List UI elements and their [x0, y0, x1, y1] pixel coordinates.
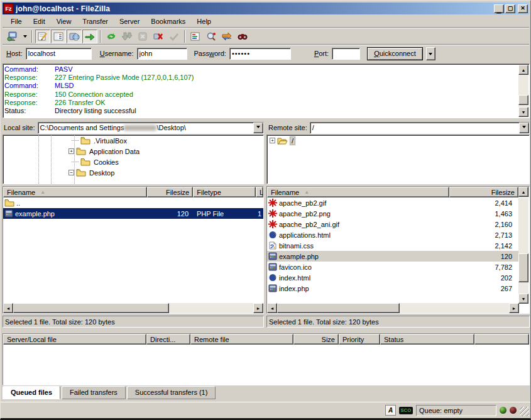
close-button[interactable]: ✕	[518, 4, 528, 13]
column-header-priority[interactable]: Priority	[339, 334, 380, 345]
find-files-button[interactable]	[235, 30, 250, 43]
column-header-status[interactable]: Status	[380, 334, 474, 345]
reconnect-button[interactable]	[167, 30, 182, 43]
tree-item-application-data[interactable]: + Application Data	[3, 146, 263, 157]
folder-icon	[76, 147, 86, 155]
process-queue-button[interactable]	[119, 30, 134, 43]
file-row[interactable]: apache_pb2_ani.gif 2,160	[267, 219, 519, 229]
scroll-thumb[interactable]	[518, 95, 528, 105]
remote-path: /	[310, 123, 519, 133]
local-site-row: Local site: C:\Documents and Settings\De…	[4, 121, 264, 134]
folder-icon	[80, 158, 90, 166]
directory-comparison-button[interactable]	[204, 30, 219, 43]
toggle-message-log-button[interactable]	[35, 30, 50, 43]
site-manager-button[interactable]	[5, 30, 20, 43]
file-row[interactable]: index.php 267	[267, 283, 519, 294]
scroll-down-button[interactable]: ▼	[518, 107, 528, 117]
tree-item-desktop[interactable]: − Desktop	[3, 167, 263, 178]
scroll-right-button[interactable]: ►	[253, 303, 263, 313]
column-header-filler	[474, 334, 529, 345]
file-row-parent-dir[interactable]: ..	[3, 197, 263, 208]
disconnect-button[interactable]	[151, 30, 166, 43]
title-bar: Fz john@localhost - FileZilla ▁ ▢ ✕	[3, 3, 529, 14]
remote-site-combo[interactable]: /	[310, 122, 530, 134]
tab-queued-files[interactable]: Queued files	[3, 386, 60, 399]
local-site-label: Local site:	[4, 124, 35, 131]
file-row-example-php[interactable]: example.php 120 PHP File 1	[3, 208, 263, 219]
combo-dropdown-button[interactable]	[253, 123, 263, 133]
tab-failed-transfers[interactable]: Failed transfers	[62, 386, 126, 399]
tree-item-virtualbox[interactable]: .VirtualBox	[3, 135, 263, 146]
file-row[interactable]: apache_pb2.png 1,463	[267, 208, 519, 219]
menu-view[interactable]: View	[51, 16, 77, 26]
file-row[interactable]: applications.html 2,713	[267, 229, 519, 240]
remote-root-label[interactable]: /	[290, 136, 295, 145]
scroll-left-button[interactable]: ◄	[3, 303, 13, 313]
quickconnect-button[interactable]: Quickconnect	[367, 47, 423, 60]
maximize-button[interactable]: ▢	[505, 4, 515, 13]
menu-server[interactable]: Server	[114, 16, 145, 26]
scroll-thumb[interactable]	[277, 303, 400, 313]
column-header-remote-file[interactable]: Remote file	[190, 334, 293, 345]
minimize-button[interactable]: ▁	[494, 4, 504, 13]
tree-item-cookies[interactable]: Cookies	[3, 157, 263, 167]
queue-body-empty	[3, 345, 529, 385]
scroll-left-button[interactable]: ◄	[267, 303, 277, 313]
cancel-operation-button[interactable]	[135, 30, 150, 43]
column-header-lastmodified[interactable]: L	[256, 187, 263, 197]
toggle-transfer-queue-button[interactable]	[82, 30, 97, 43]
scroll-up-button[interactable]: ▲	[518, 65, 528, 75]
username-input[interactable]	[137, 48, 187, 60]
menu-help[interactable]: Help	[191, 16, 217, 26]
file-row[interactable]: index.html 202	[267, 272, 519, 283]
scroll-thumb[interactable]	[518, 253, 528, 282]
column-header-size[interactable]: Size	[293, 334, 339, 345]
menu-edit[interactable]: Edit	[28, 16, 51, 26]
local-site-combo[interactable]: C:\Documents and Settings\Desktop\	[38, 122, 264, 134]
menu-file[interactable]: File	[5, 16, 28, 26]
log-vertical-scrollbar[interactable]: ▲ ▼	[518, 65, 528, 117]
scroll-up-button[interactable]: ▲	[518, 187, 528, 197]
column-header-filesize[interactable]: Filesize	[449, 187, 518, 197]
site-manager-dropdown-button[interactable]	[21, 30, 29, 43]
remote-site-row: Remote site: /	[268, 121, 530, 134]
toggle-local-treeview-button[interactable]	[51, 30, 66, 43]
menu-bookmarks[interactable]: Bookmarks	[145, 16, 191, 26]
port-input[interactable]	[332, 48, 360, 60]
tree-item-root[interactable]: + /	[267, 135, 529, 146]
synchronized-browsing-button[interactable]	[219, 30, 234, 43]
column-header-filename[interactable]: Filename▲	[267, 187, 449, 197]
tab-successful-transfers[interactable]: Successful transfers (1)	[127, 386, 216, 399]
transfer-type-ascii-icon[interactable]: A	[385, 405, 396, 416]
directory-filters-button[interactable]	[188, 30, 203, 43]
menu-transfer[interactable]: Transfer	[77, 16, 114, 26]
expand-plus-icon[interactable]: +	[270, 138, 275, 143]
scroll-right-button[interactable]: ►	[509, 303, 519, 313]
html-file-icon	[268, 274, 277, 282]
file-row[interactable]: bitnami.css 2,142	[267, 240, 519, 251]
host-input[interactable]	[26, 48, 92, 60]
password-input[interactable]	[229, 48, 291, 60]
resize-grip[interactable]	[520, 407, 529, 416]
file-row-example-php[interactable]: example.php 120	[267, 251, 519, 262]
local-horizontal-scrollbar[interactable]: ◄ ►	[3, 303, 263, 313]
toggle-remote-treeview-button[interactable]	[67, 30, 82, 43]
expand-plus-icon[interactable]: +	[68, 148, 74, 154]
collapse-minus-icon[interactable]: −	[68, 170, 74, 175]
quickconnect-dropdown-button[interactable]	[426, 47, 435, 60]
file-row[interactable]: favicon.ico 7,782	[267, 262, 519, 272]
remote-vertical-scrollbar[interactable]: ▼	[518, 198, 528, 304]
column-header-filetype[interactable]: Filetype	[193, 187, 256, 197]
speedlimit-icon[interactable]: SCO	[399, 407, 413, 414]
remote-list-header: Filename▲ Filesize ▲	[267, 187, 529, 197]
scroll-thumb[interactable]	[13, 303, 169, 313]
combo-dropdown-button[interactable]	[519, 123, 529, 133]
column-header-filesize[interactable]: Filesize	[147, 187, 193, 197]
refresh-button[interactable]	[104, 30, 119, 43]
scroll-down-button[interactable]: ▼	[518, 294, 528, 304]
column-header-filename[interactable]: Filename▲	[3, 187, 147, 197]
file-row[interactable]: apache_pb2.gif 2,414	[267, 197, 519, 208]
column-header-server-local-file[interactable]: Server/Local file	[3, 334, 146, 345]
column-header-direction[interactable]: Directi...	[146, 334, 190, 345]
remote-horizontal-scrollbar[interactable]: ◄ ►	[267, 303, 519, 313]
